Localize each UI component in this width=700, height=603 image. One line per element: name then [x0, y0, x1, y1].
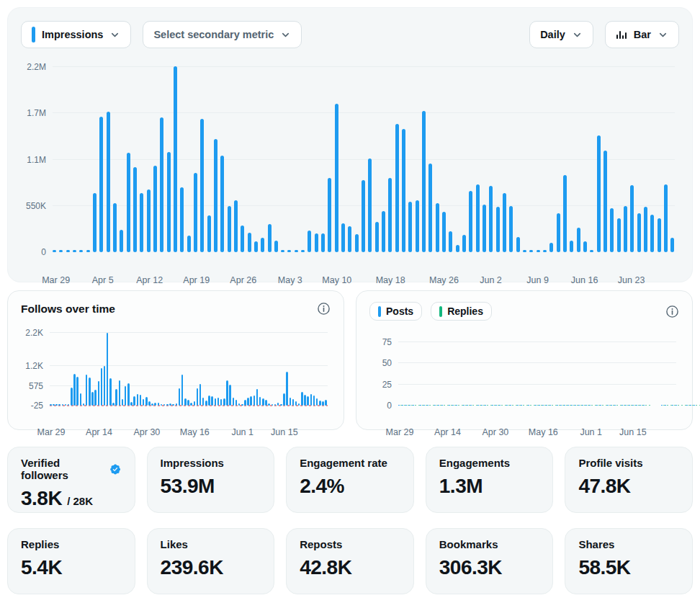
- bar: [80, 393, 82, 406]
- bar: [413, 405, 414, 406]
- x-axis-tick-label: May 26: [429, 275, 459, 285]
- bar: [456, 245, 459, 252]
- bar: [449, 405, 450, 406]
- info-icon[interactable]: [317, 302, 331, 316]
- y-axis-tick-label: 2.2K: [25, 328, 43, 338]
- bar: [180, 187, 184, 252]
- bar: [315, 233, 318, 252]
- metric-label: Bookmarks: [439, 538, 540, 550]
- x-axis-tick-label: May 3: [278, 275, 302, 285]
- x-axis-tick-label: May 16: [529, 427, 558, 437]
- bar: [596, 405, 598, 406]
- bar: [59, 250, 63, 252]
- bar: [452, 405, 454, 406]
- bar: [127, 383, 130, 406]
- bar: [537, 250, 540, 252]
- bar: [539, 405, 540, 406]
- metric-label: Replies: [21, 538, 122, 550]
- bar: [104, 366, 106, 406]
- bar: [55, 404, 58, 406]
- bar: [274, 404, 277, 406]
- bar: [643, 405, 645, 406]
- bar: [214, 139, 217, 252]
- legend-chip-posts[interactable]: Posts: [369, 302, 422, 321]
- bar: [207, 215, 211, 252]
- y-axis-tick-label: 1.2K: [25, 361, 43, 371]
- bar: [265, 400, 267, 406]
- bar: [517, 405, 519, 406]
- bar: [268, 403, 270, 406]
- bar: [65, 404, 67, 406]
- chevron-down-icon: [109, 30, 120, 40]
- bar: [328, 178, 331, 252]
- x-axis-tick-label: May 18: [376, 275, 405, 285]
- metric-card-engagement-rate: Engagement rate 2.4%: [286, 447, 414, 513]
- y-axis-tick-label: 1.1M: [27, 155, 46, 165]
- bar: [416, 200, 419, 252]
- bar: [307, 396, 309, 406]
- bar: [629, 405, 630, 406]
- bar: [154, 403, 156, 406]
- bar: [402, 405, 403, 406]
- bar: [295, 401, 297, 406]
- bar: [477, 405, 479, 406]
- bar: [542, 405, 544, 406]
- posts-replies-chart-bars: [398, 342, 676, 406]
- secondary-metric-label: Select secondary metric: [153, 29, 274, 40]
- bar: [76, 377, 78, 406]
- bar: [190, 403, 192, 406]
- bar: [261, 238, 264, 252]
- bar: [661, 405, 663, 406]
- bar: [172, 404, 174, 406]
- follows-chart-plot: -255751.2K2.2K: [50, 333, 328, 406]
- y-axis-tick-label: 550K: [26, 201, 46, 211]
- metric-card-impressions: Impressions 53.9M: [147, 447, 275, 513]
- impressions-chart-x-axis: Mar 29Apr 5Apr 12Apr 19Apr 26May 3May 10…: [53, 252, 675, 269]
- bar: [567, 405, 569, 406]
- metric-label: Impressions: [161, 457, 261, 469]
- metric-card-engagements: Engagements 1.3M: [426, 447, 554, 513]
- bar: [262, 398, 264, 406]
- bar: [583, 241, 587, 252]
- secondary-metric-dropdown[interactable]: Select secondary metric: [143, 21, 302, 48]
- x-axis-tick-label: Apr 5: [92, 275, 114, 285]
- legend-chip-replies[interactable]: Replies: [431, 302, 492, 321]
- bar: [301, 250, 305, 252]
- bar: [577, 228, 580, 252]
- bar: [119, 380, 121, 406]
- metric-label: Likes: [161, 538, 261, 550]
- chart-type-label: Bar: [634, 29, 651, 40]
- bar: [420, 405, 421, 406]
- bar: [570, 241, 573, 252]
- bar: [467, 405, 468, 406]
- bar: [658, 218, 661, 252]
- bar: [664, 184, 668, 252]
- bar: [686, 405, 688, 406]
- bar: [113, 203, 117, 252]
- metric-value: 5.4K: [21, 556, 62, 579]
- bar: [603, 151, 607, 252]
- bar: [94, 390, 97, 406]
- bar: [571, 405, 573, 406]
- chart-type-dropdown[interactable]: Bar: [605, 21, 679, 48]
- bar: [434, 405, 436, 406]
- primary-metric-dropdown[interactable]: Impressions: [21, 21, 131, 48]
- bar: [194, 173, 197, 252]
- y-axis-tick-label: -25: [31, 401, 43, 411]
- bar: [215, 398, 217, 406]
- bar: [160, 117, 163, 252]
- metric-value: 53.9M: [161, 475, 215, 498]
- period-dropdown[interactable]: Daily: [529, 21, 593, 48]
- bar: [362, 180, 365, 252]
- bar: [690, 405, 691, 406]
- bar: [200, 119, 204, 252]
- bar: [277, 403, 279, 406]
- info-icon[interactable]: [665, 305, 679, 318]
- bar: [50, 404, 52, 406]
- bar: [253, 396, 256, 406]
- bar: [499, 405, 501, 406]
- metric-label: Profile visits: [578, 457, 679, 469]
- legend-posts-label: Posts: [386, 305, 413, 317]
- bar: [89, 378, 91, 406]
- bar: [510, 405, 511, 406]
